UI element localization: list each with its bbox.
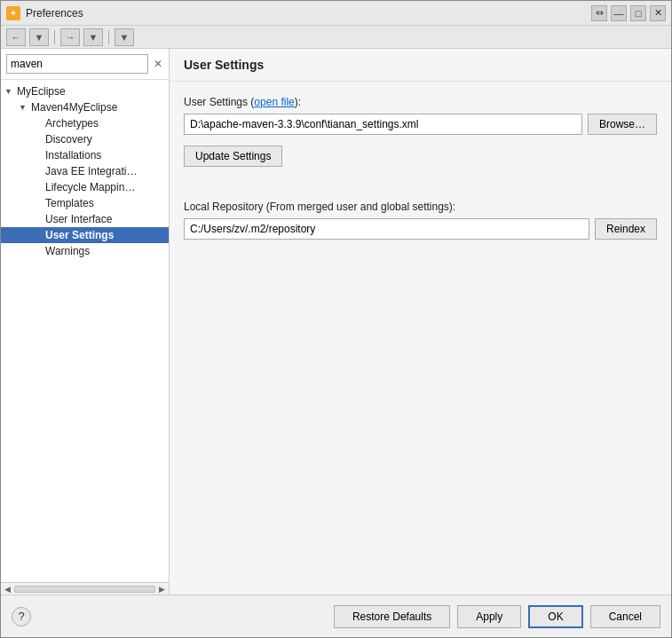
tree-toggle-archetypes [33,119,43,128]
window-move-btn[interactable]: ⇔ [591,5,607,21]
tree-toggle-discovery [33,135,43,144]
sidebar-tree: ▼ MyEclipse ▼ Maven4MyEclipse Archetypes… [1,80,169,582]
apply-button[interactable]: Apply [457,605,521,628]
settings-path-input[interactable] [184,114,582,135]
sidebar-item-lifecycle[interactable]: Lifecycle Mappin… [1,179,169,195]
dropdown-icon: ▼ [35,32,44,43]
sidebar-search-area: ✕ [1,49,169,80]
reindex-button[interactable]: Reindex [595,218,657,240]
window-close-btn[interactable]: ✕ [650,5,666,21]
title-bar: ✦ Preferences ⇔ — □ ✕ [1,1,671,26]
scroll-track[interactable] [14,586,155,593]
ok-button[interactable]: OK [528,605,582,628]
app-icon: ✦ [6,6,20,20]
restore-defaults-button[interactable]: Restore Defaults [334,605,450,628]
panel-body: User Settings (open file): Browse… Updat… [170,82,671,595]
toolbar-separator-2 [108,30,109,44]
sidebar-item-archetypes[interactable]: Archetypes [1,115,169,131]
forward-dropdown-button[interactable]: ▼ [83,28,103,46]
cancel-button[interactable]: Cancel [590,605,660,628]
back-dropdown-button[interactable]: ▼ [29,28,49,46]
sidebar-item-label-myeclipse: MyEclipse [17,85,66,98]
sidebar-item-label-templates: Templates [45,197,94,209]
sidebar-item-usersettings[interactable]: User Settings [1,227,169,243]
panel-title: User Settings [184,58,657,72]
tree-toggle-javaee [33,167,43,176]
repo-path-input[interactable] [184,218,589,240]
tree-toggle-lifecycle [33,183,43,192]
sidebar-item-maven4myeclipse[interactable]: ▼ Maven4MyEclipse [1,99,169,115]
sidebar-item-label-usersettings: User Settings [45,229,114,241]
window-minimize-btn[interactable]: — [611,5,627,21]
user-settings-label-text: User Settings ( [184,96,254,108]
dropdown-icon-2: ▼ [89,32,99,43]
forward-button[interactable]: → [60,28,80,46]
tree-toggle-maven: ▼ [19,103,29,112]
tree-toggle-templates [33,199,43,208]
open-file-link[interactable]: open file [254,96,294,108]
sidebar-item-label-ui: User Interface [45,213,112,225]
sidebar: ✕ ▼ MyEclipse ▼ Maven4MyEclipse Archetyp… [1,49,170,595]
scroll-right-arrow[interactable]: ▶ [157,585,167,594]
sidebar-item-label-warnings: Warnings [45,245,90,257]
repo-path-row: Reindex [184,218,657,240]
local-repo-label: Local Repository (From merged user and g… [184,201,657,213]
settings-path-row: Browse… [184,114,657,135]
window-controls: ⇔ — □ ✕ [591,5,666,21]
sidebar-item-warnings[interactable]: Warnings [1,243,169,259]
sidebar-item-discovery[interactable]: Discovery [1,131,169,147]
sidebar-item-installations[interactable]: Installations [1,147,169,163]
main-content: ✕ ▼ MyEclipse ▼ Maven4MyEclipse Archetyp… [1,49,671,595]
help-button[interactable]: ? [12,607,31,626]
back-icon: ← [12,32,21,43]
tree-toggle-usersettings [33,231,43,240]
sidebar-item-javaee[interactable]: Java EE Integrati… [1,163,169,179]
sidebar-item-label-lifecycle: Lifecycle Mappin… [45,181,135,193]
search-input[interactable] [6,54,148,74]
toolbar-separator [54,30,55,44]
tree-toggle-installations [33,151,43,160]
bottom-bar: ? Restore Defaults Apply OK Cancel [1,595,671,637]
back-button[interactable]: ← [6,28,26,46]
sidebar-item-label-archetypes: Archetypes [45,117,99,130]
sidebar-item-label-installations: Installations [45,149,101,161]
user-settings-label-after: ): [295,96,301,108]
tree-toggle-warnings [33,247,43,256]
sidebar-scrollbar[interactable]: ◀ ▶ [1,582,169,595]
nav-toolbar: ← ▼ → ▼ ▼ [1,26,671,49]
tree-toggle-ui [33,215,43,224]
window-maximize-btn[interactable]: □ [630,5,646,21]
window-title: Preferences [26,7,591,20]
sidebar-item-userinterface[interactable]: User Interface [1,211,169,227]
sidebar-item-templates[interactable]: Templates [1,195,169,211]
search-clear-button[interactable]: ✕ [152,57,163,71]
preferences-window: ✦ Preferences ⇔ — □ ✕ ← ▼ → ▼ ▼ [0,0,672,638]
scroll-left-arrow[interactable]: ◀ [3,585,12,594]
right-panel: User Settings User Settings (open file):… [170,49,671,595]
help-area: ? [12,607,31,626]
tree-toggle-myeclipse: ▼ [4,87,15,96]
menu-dropdown-icon: ▼ [120,32,130,43]
sidebar-item-label-maven: Maven4MyEclipse [31,101,117,114]
menu-dropdown-button[interactable]: ▼ [115,28,134,46]
sidebar-item-label-discovery: Discovery [45,133,92,146]
update-settings-button[interactable]: Update Settings [184,146,282,167]
browse-button[interactable]: Browse… [588,114,657,135]
forward-icon: → [66,32,75,43]
sidebar-item-myeclipse[interactable]: ▼ MyEclipse [1,83,169,99]
panel-header: User Settings [170,49,671,82]
user-settings-label: User Settings (open file): [184,96,657,108]
sidebar-item-label-javaee: Java EE Integrati… [45,165,137,177]
